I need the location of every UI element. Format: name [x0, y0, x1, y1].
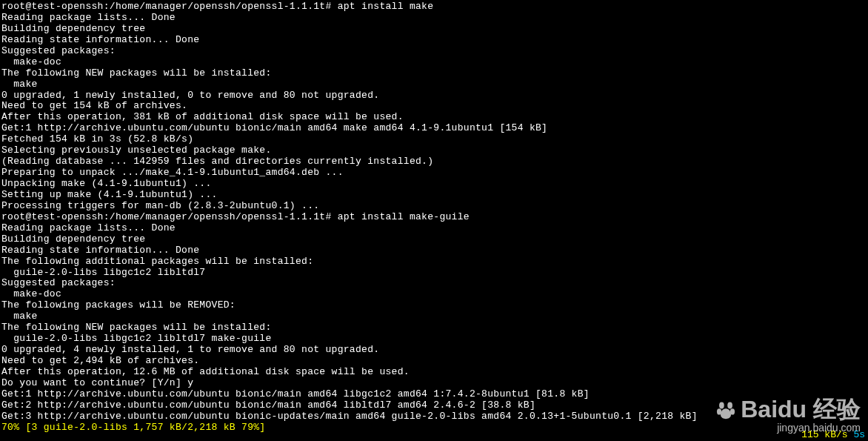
terminal-line: Get:1 http://archive.ubuntu.com/ubuntu b… [1, 389, 868, 400]
terminal-line: Do you want to continue? [Y/n] y [1, 378, 868, 389]
terminal-line: After this operation, 381 kB of addition… [1, 112, 868, 123]
terminal-line: Need to get 154 kB of archives. [1, 101, 868, 112]
download-eta: 5s [853, 429, 865, 440]
terminal-line: Building dependency tree [1, 234, 868, 245]
terminal-line: The following NEW packages will be insta… [1, 322, 868, 334]
terminal-line: Setting up make (4.1-9.1ubuntu1) ... [1, 190, 868, 201]
terminal-line: Reading state information... Done [1, 245, 868, 256]
terminal-line: Reading state information... Done [1, 35, 868, 46]
terminal-line: make [1, 311, 868, 322]
terminal-line: Unpacking make (4.1-9.1ubuntu1) ... [1, 179, 868, 190]
terminal-line: Building dependency tree [1, 24, 868, 35]
terminal-line: 0 upgraded, 4 newly installed, 1 to remo… [1, 345, 868, 356]
download-progress-line: 70% [3 guile-2.0-libs 1,757 kB/2,218 kB … [1, 422, 868, 434]
terminal-line: guile-2.0-libs libgc1c2 libltdl7 [1, 268, 868, 279]
terminal-line: root@test-openssh:/home/manager/openssh/… [1, 1, 868, 13]
terminal-line: guile-2.0-libs libgc1c2 libltdl7 make-gu… [1, 334, 868, 345]
terminal-line: (Reading database ... 142959 files and d… [1, 156, 868, 168]
terminal-line: Selecting previously unselected package … [1, 145, 868, 156]
download-speed: 115 kB/s [801, 429, 847, 440]
terminal-line: Reading package lists... Done [1, 223, 868, 234]
terminal-line: make-doc [1, 57, 868, 68]
terminal-line: make-doc [1, 289, 868, 300]
terminal-line: root@test-openssh:/home/manager/openssh/… [1, 212, 868, 223]
terminal-line: After this operation, 12.6 MB of additio… [1, 367, 868, 378]
download-speed-indicator: 115 kB/s 5s [801, 430, 865, 441]
terminal-line: Processing triggers for man-db (2.8.3-2u… [1, 201, 868, 212]
terminal-line: make [1, 79, 868, 90]
terminal-line: Get:1 http://archive.ubuntu.com/ubuntu b… [1, 123, 868, 134]
terminal-output[interactable]: root@test-openssh:/home/manager/openssh/… [1, 1, 868, 434]
terminal-line: Reading package lists... Done [1, 13, 868, 24]
terminal-line: Get:2 http://archive.ubuntu.com/ubuntu b… [1, 400, 868, 411]
terminal-line: The following additional packages will b… [1, 256, 868, 268]
terminal-line: The following packages will be REMOVED: [1, 300, 868, 311]
terminal-line: Need to get 2,494 kB of archives. [1, 356, 868, 367]
terminal-line: Preparing to unpack .../make_4.1-9.1ubun… [1, 168, 868, 179]
terminal-line: Suggested packages: [1, 278, 868, 289]
terminal-line: Fetched 154 kB in 3s (52.8 kB/s) [1, 134, 868, 145]
terminal-line: 0 upgraded, 1 newly installed, 0 to remo… [1, 90, 868, 102]
terminal-line: The following NEW packages will be insta… [1, 68, 868, 79]
terminal-line: Suggested packages: [1, 46, 868, 57]
terminal-line: Get:3 http://archive.ubuntu.com/ubuntu b… [1, 411, 868, 422]
